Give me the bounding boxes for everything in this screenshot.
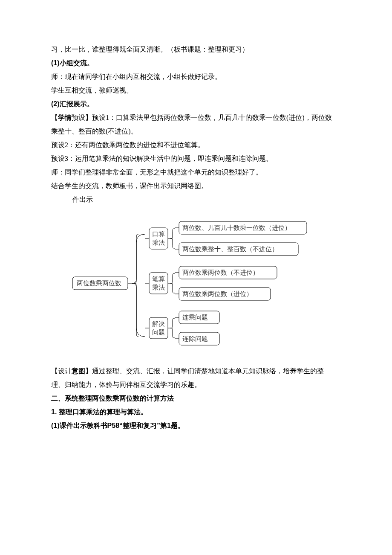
- branch3-line2: 问题: [152, 329, 165, 336]
- paragraph: 预设2：还有两位数乘两位数的进位和不进位笔算。: [51, 138, 341, 152]
- paragraph: 学生互相交流，教师巡视。: [51, 84, 341, 97]
- slide-label: 件出示: [72, 193, 93, 206]
- text: 【设计: [51, 367, 72, 375]
- leaf-text: 连除问题: [182, 335, 208, 342]
- text: 【: [51, 114, 58, 121]
- paragraph: 【学情预设】预设1：口算乘法里包括两位数乘一位数，几百几十的数乘一位数(进位)，…: [51, 111, 341, 125]
- leaf-text: 连乘问题: [182, 314, 208, 321]
- branch2-line1: 笔算: [152, 276, 165, 282]
- paragraph: 【设计意图】通过整理、交流、汇报，让同学们清楚地知道本单元知识脉络，培养学生的整: [51, 364, 341, 378]
- paragraph: 结合学生的交流，教师板书，课件出示知识网络图。: [51, 179, 341, 193]
- subheading: (1)课件出示教科书P58“整理和复习”第1题。: [51, 419, 341, 433]
- section-heading: 二、系统整理两位数乘两位数的计算方法: [51, 392, 341, 405]
- text-bold: 意图: [72, 367, 85, 375]
- branch2-line2: 乘法: [152, 284, 165, 291]
- paragraph: 理、归纳能力，体验与同伴相互交流学习的乐趣。: [51, 378, 341, 392]
- subheading: 1. 整理口算乘法的算理与算法。: [51, 405, 341, 419]
- subheading: (2)汇报展示。: [51, 97, 341, 111]
- text-bold: 学情: [58, 114, 72, 121]
- root-label: 两位数乘两位数: [77, 280, 121, 287]
- leaf-text: 两位数、几百几十数乘一位数（进位）: [182, 224, 291, 231]
- branch1-line1: 口算: [152, 231, 165, 238]
- paragraph: 乘整十、整百的数(不进位)。: [51, 125, 341, 138]
- paragraph: 师：同学们整理得非常全面，无形之中就把这个单元的知识整理好了。: [51, 166, 341, 179]
- bracket-large-shape: [132, 234, 138, 337]
- paragraph: 习，比一比，谁整理得既全面又清晰。（板书课题：整理和更习）: [51, 43, 341, 56]
- text: 预设】预设1：口算乘法里包括两位数乘一位数，几百几十的数乘一位数(进位)，两位数: [72, 114, 332, 121]
- leaf-text: 两位数乘两位数（进位）: [182, 291, 253, 297]
- page-content: 习，比一比，谁整理得既全面又清晰。（板书课题：整理和更习） (1)小组交流。 师…: [0, 0, 392, 555]
- knowledge-diagram: 两位数乘两位数 口算 乘法 两位数、几百几十数乘一位数（进位） 两位数乘整十、整…: [68, 219, 341, 352]
- text: 】通过整理、交流、汇报，让同学们清楚地知道本单元知识脉络，培养学生的整: [85, 367, 324, 375]
- branch3-line1: 解决: [152, 320, 165, 327]
- paragraph: 师：现在请同学们在小组内互相交流，小组长做好记录。: [51, 70, 341, 84]
- diagram-svg: 两位数乘两位数 口算 乘法 两位数、几百几十数乘一位数（进位） 两位数乘整十、整…: [68, 219, 341, 352]
- branch1-line2: 乘法: [152, 239, 165, 246]
- subheading: (1)小组交流。: [51, 56, 341, 70]
- leaf-text: 两位数乘两位数（不进位）: [182, 269, 259, 276]
- leaf-text: 两位数乘整十、整百数（不进位）: [182, 246, 278, 253]
- paragraph: 预设3：运用笔算乘法的知识解决生活中的问题，即连乘问题和连除问题。: [51, 152, 341, 166]
